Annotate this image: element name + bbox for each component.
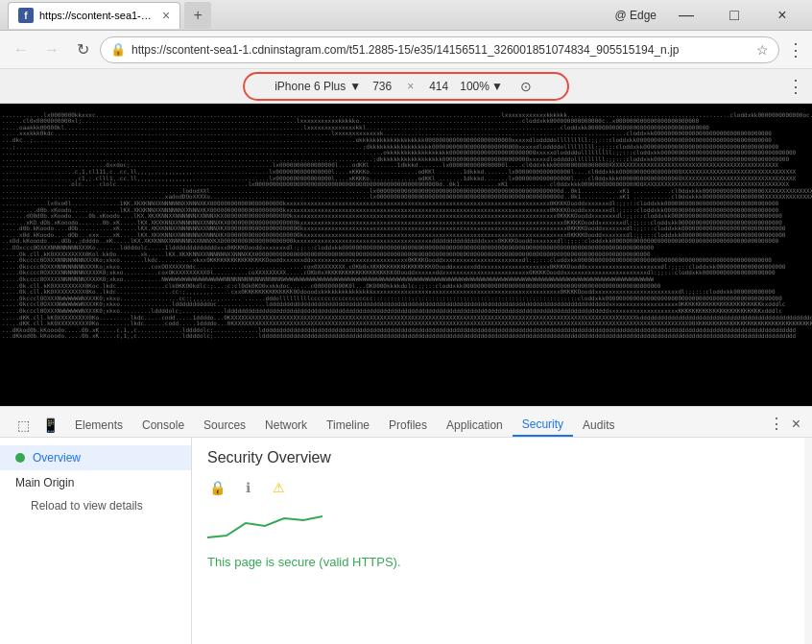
tab-console[interactable]: Console — [132, 414, 194, 437]
browser-content: ............lx0000000kkxxxc.............… — [0, 104, 812, 406]
new-tab-btn[interactable]: + — [184, 2, 211, 29]
devtools-more-btn[interactable]: ⋮ — [765, 411, 788, 437]
tab-sources[interactable]: Sources — [194, 414, 255, 437]
tab-title: https://scontent-sea1-1.c... — [39, 10, 155, 21]
security-info-icon: ℹ — [238, 478, 257, 497]
forward-btn[interactable]: → — [38, 36, 65, 63]
security-lock-icon: 🔒 — [207, 478, 227, 497]
zoom-dropdown-arrow: ▼ — [491, 80, 503, 93]
security-chart-svg — [207, 509, 322, 542]
address-bar[interactable]: 🔒 https://scontent-sea1-1.cdninstagram.c… — [100, 36, 779, 63]
sidebar-item-overview[interactable]: Overview — [0, 445, 191, 470]
url-text: https://scontent-sea1-1.cdninstagram.com… — [131, 43, 751, 57]
tab-elements[interactable]: Elements — [65, 414, 132, 437]
title-bar: f https://scontent-sea1-1.c... × + @ Edg… — [0, 0, 812, 31]
overview-status-dot — [15, 453, 25, 463]
browser-menu-btn[interactable]: ⋮ — [787, 39, 804, 60]
sidebar-item-main-origin[interactable]: Main Origin — [0, 470, 191, 495]
nav-bar: ← → ↻ 🔒 https://scontent-sea1-1.cdninsta… — [0, 31, 812, 69]
devtools-icon-group: ⬚ 📱 — [8, 414, 65, 437]
device-dropdown-arrow: ▼ — [349, 80, 361, 93]
overview-label: Overview — [33, 451, 81, 465]
tab-profiles[interactable]: Profiles — [379, 414, 437, 437]
refresh-btn[interactable]: ↻ — [69, 36, 96, 63]
device-width: 736 — [372, 80, 392, 93]
device-toolbar-more-btn[interactable]: ⋮ — [787, 76, 804, 97]
rotate-btn[interactable]: ⊙ — [514, 75, 537, 98]
secure-status-text: This page is secure (valid HTTPS). — [207, 555, 789, 569]
maximize-btn[interactable]: □ — [712, 0, 756, 31]
zoom-level-label: 100% — [460, 80, 490, 93]
device-selector[interactable]: iPhone 6 Plus ▼ — [275, 80, 361, 93]
tab-audits[interactable]: Audits — [573, 414, 624, 437]
edge-brand-label: @ Edge — [614, 9, 657, 22]
window-controls: — □ × — [664, 0, 804, 31]
devtools-close-btn[interactable]: × — [788, 412, 804, 437]
tab-timeline[interactable]: Timeline — [317, 414, 379, 437]
devtools-scrollbar[interactable] — [804, 438, 812, 644]
close-btn[interactable]: × — [760, 0, 804, 31]
tab-security[interactable]: Security — [513, 414, 573, 437]
main-origin-label: Main Origin — [15, 476, 74, 489]
security-overview-title: Security Overview — [207, 449, 789, 466]
device-name-label: iPhone 6 Plus — [275, 80, 346, 93]
bookmark-btn[interactable]: ☆ — [756, 42, 769, 58]
devtools-select-icon[interactable]: ⬚ — [12, 414, 35, 437]
security-icons-row: 🔒 ℹ ⚠ — [207, 478, 789, 497]
browser-tab[interactable]: f https://scontent-sea1-1.c... × — [8, 2, 180, 29]
devtools-mobile-icon[interactable]: 📱 — [38, 414, 61, 437]
page-content: ............lx0000000kkxxxc.............… — [0, 104, 812, 406]
device-toolbar: iPhone 6 Plus ▼ 736 × 414 100% ▼ ⊙ ⋮ — [0, 69, 812, 104]
devtools-main-panel: Security Overview 🔒 ℹ ⚠ This page is sec… — [192, 438, 804, 644]
device-height: 414 — [429, 80, 448, 93]
security-chart — [207, 509, 789, 547]
dimension-separator: × — [403, 80, 418, 93]
zoom-selector[interactable]: 100% ▼ — [460, 80, 503, 93]
devtools-panel: ⬚ 📱 Elements Console Sources Network Tim… — [0, 406, 812, 644]
devtools-tabbar: ⬚ 📱 Elements Console Sources Network Tim… — [0, 407, 812, 438]
back-btn[interactable]: ← — [8, 36, 35, 63]
sidebar-reload-hint: Reload to view details — [0, 495, 191, 516]
tab-application[interactable]: Application — [437, 414, 513, 437]
tab-network[interactable]: Network — [255, 414, 317, 437]
minimize-btn[interactable]: — — [664, 0, 708, 31]
security-warning-icon: ⚠ — [269, 478, 288, 497]
devtools-sidebar: Overview Main Origin Reload to view deta… — [0, 438, 192, 644]
tab-favicon: f — [18, 8, 34, 23]
tab-close-btn[interactable]: × — [162, 9, 170, 22]
devtools-body: Overview Main Origin Reload to view deta… — [0, 438, 812, 644]
lock-icon: 🔒 — [110, 42, 126, 57]
